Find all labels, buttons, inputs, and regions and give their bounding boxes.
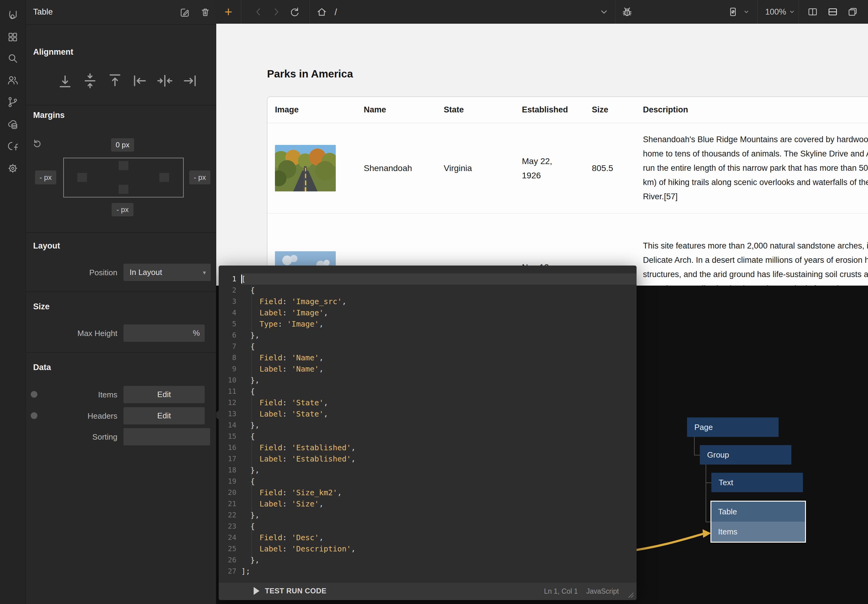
code-line[interactable]: 5 Type: 'Image', <box>219 318 637 330</box>
home-icon[interactable] <box>316 6 327 17</box>
screen-size-chevron-icon[interactable] <box>742 6 750 17</box>
items-binding-dot[interactable] <box>31 391 37 398</box>
inspector-header: Table <box>26 0 216 25</box>
split-rows-icon[interactable] <box>827 6 838 17</box>
line-number: 25 <box>219 543 241 555</box>
code-line[interactable]: 1[ <box>219 273 637 285</box>
code-editor-popover[interactable]: 1[2 {3 Field: 'Image_src',4 Label: 'Imag… <box>219 266 637 600</box>
cloud-function-icon[interactable] <box>7 140 19 152</box>
code-line[interactable]: 20 Field: 'Size_km2', <box>219 487 637 498</box>
align-top-icon[interactable] <box>107 72 124 89</box>
code-line[interactable]: 6 }, <box>219 330 637 341</box>
margin-handle-right[interactable] <box>160 173 169 182</box>
code-line[interactable]: 12 Field: 'State', <box>219 397 637 408</box>
nav-back-icon[interactable] <box>253 6 264 17</box>
code-line[interactable]: 23 { <box>219 521 637 532</box>
align-bottom-icon[interactable] <box>57 72 74 89</box>
url-chevron-down-icon[interactable] <box>598 6 609 17</box>
tree-node-group[interactable]: Group <box>700 445 791 465</box>
margin-bottom-value[interactable]: - px <box>112 203 133 216</box>
headers-edit-button[interactable]: Edit <box>124 407 205 425</box>
components-grid-icon[interactable] <box>7 31 19 43</box>
url-path[interactable]: / <box>335 7 337 17</box>
app-canvas[interactable]: Parks in America ImageNameStateEstablish… <box>216 24 868 286</box>
section-divider <box>26 291 216 292</box>
test-run-code-button[interactable]: TEST RUN CODE <box>254 587 327 595</box>
headers-binding-dot[interactable] <box>31 412 37 419</box>
settings-gear-icon[interactable] <box>7 162 19 175</box>
code-line[interactable]: 22 }, <box>219 510 637 521</box>
code-line[interactable]: 26 }, <box>219 555 637 566</box>
line-number: 23 <box>219 521 241 532</box>
margin-handle-top[interactable] <box>119 161 128 170</box>
code-line[interactable]: 19 { <box>219 476 637 487</box>
nav-forward-icon[interactable] <box>271 6 282 17</box>
align-right-icon[interactable] <box>181 72 198 89</box>
items-edit-button[interactable]: Edit <box>124 386 205 403</box>
delete-trash-icon[interactable] <box>200 7 211 18</box>
code-line[interactable]: 16 Field: 'Established', <box>219 442 637 453</box>
debug-bug-icon[interactable] <box>622 6 632 17</box>
screen-size-icon[interactable] <box>727 6 738 17</box>
add-component-button[interactable]: + <box>225 4 232 19</box>
table-row[interactable]: ShenandoahVirginiaMay 22, 1926805.5Shena… <box>267 123 868 213</box>
split-columns-icon[interactable] <box>807 6 818 17</box>
line-number: 1 <box>219 273 241 285</box>
code-editor-lines[interactable]: 1[2 {3 Field: 'Image_src',4 Label: 'Imag… <box>219 266 637 582</box>
code-line[interactable]: 27]; <box>219 566 637 577</box>
code-line[interactable]: 10 }, <box>219 375 637 386</box>
zoom-chevron-icon[interactable] <box>788 6 796 17</box>
code-line[interactable]: 11 { <box>219 386 637 397</box>
code-line[interactable]: 7 { <box>219 341 637 352</box>
section-divider <box>26 105 216 105</box>
cell-established: May 22, 1926 <box>514 154 584 182</box>
tree-node-page[interactable]: Page <box>687 417 778 437</box>
code-line[interactable]: 14 }, <box>219 420 637 431</box>
align-horizontal-center-icon[interactable] <box>157 72 174 89</box>
zoom-level[interactable]: 100% <box>765 7 786 17</box>
tree-node-table-selected[interactable]: Table Items <box>710 501 806 543</box>
users-icon[interactable] <box>7 74 19 86</box>
rename-icon[interactable] <box>180 7 191 18</box>
line-number: 13 <box>219 408 241 420</box>
app-logo-icon[interactable] <box>7 9 19 21</box>
position-select[interactable]: In Layout ▾ <box>124 264 211 281</box>
margin-right-value[interactable]: - px <box>189 170 211 184</box>
code-line[interactable]: 17 Label: 'Established', <box>219 453 637 465</box>
margin-left-value[interactable]: - px <box>35 170 56 184</box>
margin-handle-left[interactable] <box>77 173 87 182</box>
git-branch-icon[interactable] <box>7 96 19 108</box>
tree-node-text[interactable]: Text <box>711 473 803 492</box>
items-label: Items <box>51 390 118 400</box>
align-left-icon[interactable] <box>132 72 149 89</box>
language-badge[interactable]: JavaScript <box>586 587 619 595</box>
refresh-icon[interactable] <box>289 6 300 17</box>
code-line[interactable]: 4 Label: 'Image', <box>219 307 637 318</box>
code-line[interactable]: 21 Label: 'Size', <box>219 498 637 510</box>
code-line[interactable]: 13 Label: 'State', <box>219 408 637 420</box>
tree-node-table-row[interactable]: Table <box>711 502 805 522</box>
resize-grip[interactable] <box>628 592 634 598</box>
table-column-header: Description <box>636 105 868 114</box>
code-line[interactable]: 18 }, <box>219 465 637 476</box>
search-icon[interactable] <box>7 52 19 65</box>
line-number: 17 <box>219 453 241 465</box>
parks-table[interactable]: ImageNameStateEstablishedSizeDescription… <box>267 97 868 286</box>
reset-margins-icon[interactable] <box>32 138 42 148</box>
margin-top-value[interactable]: 0 px <box>111 138 134 151</box>
code-line[interactable]: 2 { <box>219 285 637 296</box>
code-line[interactable]: 25 Label: 'Description', <box>219 543 637 555</box>
max-height-input[interactable] <box>124 324 192 342</box>
code-line[interactable]: 15 { <box>219 431 637 442</box>
code-line[interactable]: 9 Label: 'Name', <box>219 363 637 375</box>
stacked-windows-icon[interactable] <box>847 6 858 17</box>
code-line[interactable]: 24 Field: 'Desc', <box>219 532 637 543</box>
tree-connector <box>705 465 706 522</box>
tree-node-items-row[interactable]: Items <box>711 522 805 542</box>
code-line[interactable]: 8 Field: 'Name', <box>219 352 637 363</box>
code-line[interactable]: 3 Field: 'Image_src', <box>219 296 637 307</box>
align-vertical-center-icon[interactable] <box>82 72 99 89</box>
sorting-input[interactable] <box>124 428 210 445</box>
cloud-database-icon[interactable] <box>7 119 19 131</box>
margin-handle-bottom[interactable] <box>119 185 128 194</box>
